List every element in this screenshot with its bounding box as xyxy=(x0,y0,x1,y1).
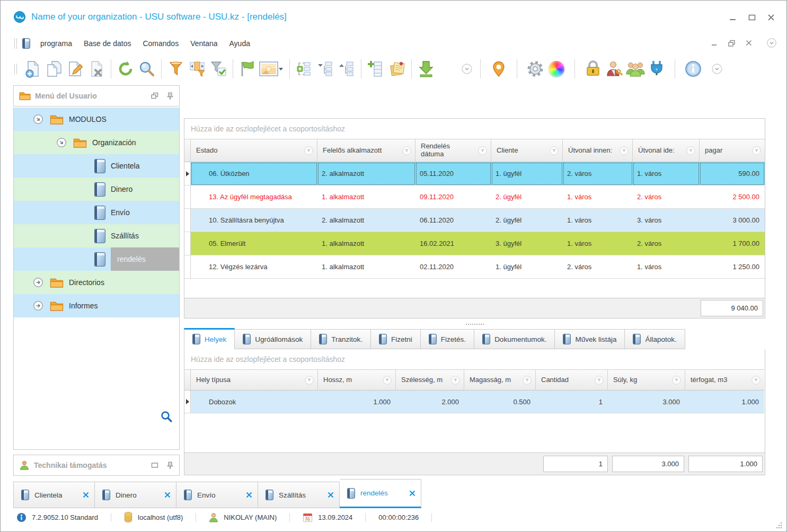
filter-icon[interactable] xyxy=(686,146,695,155)
filter-icon[interactable] xyxy=(595,376,604,385)
notes-icon[interactable] xyxy=(386,58,408,79)
menu-ayuda[interactable]: Ayuda xyxy=(224,37,256,50)
cell[interactable]: 10. Szállításra benyújtva xyxy=(191,209,317,232)
column-header-cantidad[interactable]: Cantidad xyxy=(536,369,608,391)
menu-base-de-datos[interactable]: Base de datos xyxy=(78,37,137,50)
copy-document-icon[interactable] xyxy=(43,58,65,79)
column-header-suly[interactable]: Súly, kg xyxy=(608,369,685,391)
overflow-chevron-icon[interactable] xyxy=(461,63,473,75)
info-icon[interactable] xyxy=(683,58,704,79)
image-view-icon[interactable] xyxy=(258,58,286,79)
cell[interactable]: 06.11.2020 xyxy=(415,209,491,232)
cell[interactable]: 2. alkalmazott xyxy=(317,209,415,232)
column-header-magassag[interactable]: Magasság, m xyxy=(464,369,536,391)
cell[interactable]: 02.11.2020 xyxy=(415,255,491,279)
horizontal-splitter[interactable] xyxy=(184,322,765,327)
doc-tab-rendeles[interactable]: rendelés xyxy=(340,479,421,508)
new-document-icon[interactable] xyxy=(22,58,43,79)
tab-fizetes[interactable]: Fizetés. xyxy=(421,329,474,349)
map-pin-icon[interactable] xyxy=(488,58,509,79)
tree-collapse-down-icon[interactable] xyxy=(315,58,336,79)
cell[interactable]: 05.11.2020 xyxy=(415,162,491,185)
cell[interactable]: 2. ügyfél xyxy=(491,209,563,232)
cell[interactable]: 2. város xyxy=(633,185,700,209)
filter-icon[interactable] xyxy=(478,146,487,155)
column-header-szelesseg[interactable]: Szélesség, m xyxy=(396,369,464,391)
tree-item-envio[interactable]: Envío xyxy=(14,201,179,224)
tab-allapotok[interactable]: Állapotok. xyxy=(625,329,685,349)
tree-item-clientela[interactable]: Clientela xyxy=(14,154,179,178)
tree-item-directorios[interactable]: Directorios xyxy=(14,271,179,294)
cell[interactable]: 1. ügyfél xyxy=(491,162,563,185)
collapse-icon[interactable] xyxy=(33,114,43,125)
search-icon[interactable] xyxy=(136,58,157,79)
cell[interactable]: 1. alkalmazott xyxy=(317,185,415,209)
overflow-chevron-icon[interactable] xyxy=(711,63,723,75)
column-header-utvonal-innen[interactable]: Útvonal innen: xyxy=(563,139,633,162)
tree-expand-icon[interactable] xyxy=(294,58,315,79)
cell[interactable]: 1. város xyxy=(563,185,633,209)
cell[interactable]: 2. város xyxy=(563,162,633,185)
filter-icon[interactable] xyxy=(165,58,187,79)
cell[interactable]: 13. Az ügyfél megtagadása xyxy=(191,185,317,209)
cell[interactable]: 1. ügyfél xyxy=(491,255,563,279)
cell[interactable]: 1.000 xyxy=(318,391,396,413)
cell[interactable]: 590.00 xyxy=(700,162,765,185)
pin-icon[interactable] xyxy=(166,92,174,100)
cell[interactable]: 09.11.2020 xyxy=(415,185,491,209)
tree-collapse-up-icon[interactable] xyxy=(336,58,357,79)
edit-document-icon[interactable] xyxy=(65,58,86,79)
filter-icon[interactable] xyxy=(305,376,314,385)
close-icon[interactable] xyxy=(765,12,777,23)
export-download-icon[interactable] xyxy=(415,58,437,79)
tree-item-szallitas[interactable]: Szállítás xyxy=(14,224,179,247)
cell[interactable]: 1 700.00 xyxy=(700,232,765,255)
cell[interactable]: 1 xyxy=(536,391,608,413)
cell[interactable]: 3 000.00 xyxy=(700,209,765,232)
close-icon[interactable] xyxy=(246,492,252,498)
filter-icon[interactable] xyxy=(550,146,559,155)
menu-comandos[interactable]: Comandos xyxy=(137,37,184,50)
cell[interactable]: Dobozok xyxy=(191,391,318,413)
cell[interactable]: 2 500.00 xyxy=(700,185,765,209)
support-panel[interactable]: Technikai támogatás xyxy=(13,455,180,476)
cell[interactable]: 2. város xyxy=(633,232,700,255)
column-header-hossz[interactable]: Hossz, m xyxy=(318,369,396,391)
filter-icon[interactable] xyxy=(523,376,532,385)
cell[interactable]: 06. Útközben xyxy=(191,162,317,185)
settings-gear-icon[interactable] xyxy=(525,58,546,79)
restore-icon[interactable] xyxy=(151,461,159,469)
column-header-hely-tipusa[interactable]: Hely típusa xyxy=(191,369,318,391)
cell[interactable]: 2. város xyxy=(563,255,633,279)
toolbar-grip[interactable] xyxy=(14,38,17,49)
group-by-panel[interactable]: Húzza ide az oszlopfejlécet a csoportosí… xyxy=(184,119,765,139)
filter-icon[interactable] xyxy=(451,376,460,385)
close-icon[interactable] xyxy=(745,39,753,47)
column-header-cliente[interactable]: Cliente xyxy=(491,139,563,162)
restore-icon[interactable] xyxy=(151,92,159,100)
filter-icon[interactable] xyxy=(402,146,411,155)
maximize-icon[interactable] xyxy=(746,12,758,23)
expand-icon[interactable] xyxy=(33,277,43,288)
add-table-icon[interactable] xyxy=(365,58,386,79)
cell[interactable]: 2.000 xyxy=(396,391,464,413)
filter-icon[interactable] xyxy=(672,376,681,385)
toolbar-grip[interactable] xyxy=(14,64,17,74)
delete-document-icon[interactable] xyxy=(86,58,107,79)
color-wheel-icon[interactable] xyxy=(546,58,567,79)
resize-grip-icon[interactable] xyxy=(775,521,782,528)
cell[interactable]: 2. ügyfél xyxy=(491,185,563,209)
filter-icon[interactable] xyxy=(304,146,313,155)
tree-item-rendeles-selected[interactable]: rendelés xyxy=(14,247,179,271)
refresh-icon[interactable] xyxy=(115,58,136,79)
cell[interactable]: 05. Elmerült xyxy=(191,232,317,255)
column-header-datum[interactable]: Rendelés dátuma xyxy=(415,139,491,162)
cell[interactable]: 1. alkalmazott xyxy=(317,255,415,279)
lock-icon[interactable] xyxy=(582,58,604,79)
column-header-estado[interactable]: Estado xyxy=(191,139,317,162)
minimize-icon[interactable] xyxy=(727,12,739,23)
cell[interactable]: 2. alkalmazott xyxy=(317,162,415,185)
close-icon[interactable] xyxy=(83,492,89,498)
column-header-terfogat[interactable]: térfogat, m3 xyxy=(685,369,764,391)
cell[interactable]: 3. ügyfél xyxy=(491,232,563,255)
